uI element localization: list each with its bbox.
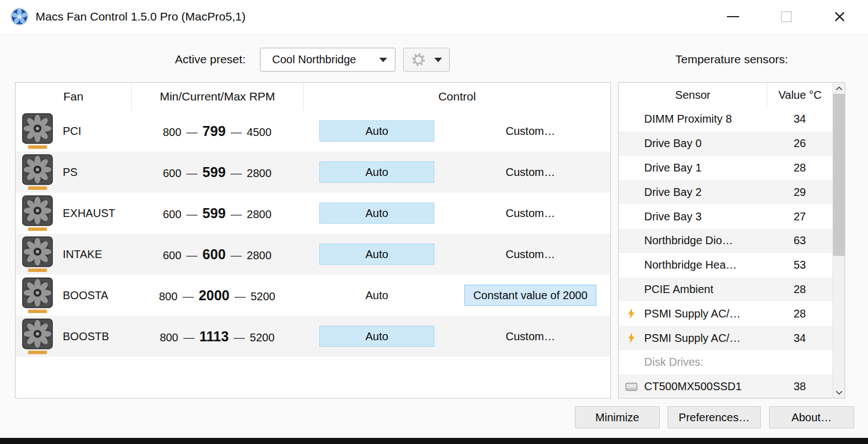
- auto-control-button[interactable]: Auto: [319, 326, 434, 347]
- active-preset-label: Active preset:: [175, 53, 245, 66]
- preset-dropdown[interactable]: Cool Northbridge: [260, 48, 395, 72]
- fan-rpm-value: 800—1113—5200: [131, 329, 303, 345]
- window-maximize-button[interactable]: [775, 6, 797, 28]
- sensor-row[interactable]: Drive Bay 2 29: [619, 180, 832, 204]
- sensor-table: Sensor Value °C DIMM Proximity 8 34 Driv…: [618, 82, 845, 398]
- scrollbar-thumb[interactable]: [833, 94, 845, 256]
- chevron-down-icon: [379, 58, 387, 62]
- fan-icon: [22, 154, 53, 190]
- fan-rows: PCI 800—799—4500 Auto Custom… PS 600—599…: [16, 110, 610, 357]
- sensor-column-header: Sensor: [619, 83, 767, 107]
- sensor-name: DIMM Proximity 8: [644, 113, 767, 125]
- fan-name: EXHAUST: [63, 207, 115, 220]
- about-button[interactable]: About…: [769, 406, 854, 428]
- preset-dropdown-value: Cool Northbridge: [272, 53, 379, 66]
- sensor-name: PSMI Supply AC/…: [644, 307, 767, 320]
- chevron-up-icon: [835, 86, 843, 91]
- sensor-row[interactable]: Northbridge Dio… 63: [619, 229, 832, 253]
- sensor-row[interactable]: Drive Bay 0 26: [619, 132, 832, 156]
- custom-control-button[interactable]: Custom…: [503, 124, 559, 138]
- custom-control-button[interactable]: Custom…: [503, 330, 559, 344]
- sensor-value: 29: [767, 186, 832, 199]
- scroll-down-button[interactable]: [833, 387, 845, 398]
- fan-icon: [22, 236, 53, 273]
- fan-row-boostb: BOOSTB 800—1113—5200 Auto Custom…: [16, 316, 610, 357]
- sensor-name: Drive Bay 1: [644, 162, 767, 174]
- app-icon: [10, 7, 29, 26]
- custom-control-button[interactable]: Custom…: [503, 206, 559, 220]
- sensor-table-header: Sensor Value °C: [619, 83, 832, 107]
- sensor-value: 28: [767, 307, 832, 320]
- sensor-name: PCIE Ambient: [644, 283, 767, 296]
- auto-control-label[interactable]: Auto: [365, 289, 388, 302]
- chevron-down-icon: [835, 390, 843, 395]
- sensor-group-row: Disk Drives:: [619, 350, 832, 375]
- fan-row-intake: INTAKE 600—600—2800 Auto Custom…: [16, 234, 610, 275]
- fan-icon: [22, 318, 53, 355]
- sensor-row[interactable]: PSMI Supply AC/… 28: [619, 301, 832, 326]
- sensor-value: 63: [767, 234, 832, 247]
- sensor-row[interactable]: PCIE Ambient 28: [619, 278, 832, 302]
- sensor-name: Northbridge Dio…: [644, 234, 767, 247]
- fan-row-exhaust: EXHAUST 600—599—2800 Auto Custom…: [16, 193, 610, 234]
- app-window: Macs Fan Control 1.5.0 Pro (MacPro5,1) A…: [0, 0, 868, 444]
- gear-icon: [411, 52, 426, 67]
- fan-name: BOOSTA: [63, 289, 108, 302]
- custom-control-button[interactable]: Custom…: [503, 248, 559, 261]
- fan-table-header: Fan Min/Current/Max RPM Control: [16, 83, 610, 110]
- fan-rpm-value: 600—599—2800: [131, 205, 303, 221]
- maximize-icon: [781, 11, 792, 22]
- auto-control-button[interactable]: Auto: [319, 244, 434, 265]
- preset-settings-button[interactable]: [403, 48, 450, 72]
- rpm-column-header: Min/Current/Max RPM: [131, 83, 303, 110]
- sensor-row[interactable]: Drive Bay 3 27: [619, 204, 832, 229]
- sensor-name: Drive Bay 0: [644, 137, 767, 150]
- sensor-rows: DIMM Proximity 8 34 Drive Bay 0 26 Drive…: [619, 107, 832, 398]
- fan-rpm-value: 600—600—2800: [131, 246, 303, 263]
- sensor-value: 34: [767, 113, 832, 125]
- sensor-scrollbar[interactable]: [832, 83, 845, 398]
- sensor-group-label: Disk Drives:: [644, 356, 767, 369]
- sensor-value: 26: [767, 137, 832, 150]
- bottom-strip: [0, 438, 868, 444]
- window-close-button[interactable]: [829, 6, 851, 28]
- fan-rpm-value: 600—599—2800: [131, 164, 303, 180]
- lightning-icon: [628, 308, 635, 319]
- sensor-name: Drive Bay 3: [644, 210, 767, 223]
- minimize-button[interactable]: Minimize: [575, 406, 660, 428]
- sensor-value: 38: [767, 380, 832, 393]
- auto-control-button[interactable]: Auto: [319, 203, 434, 224]
- auto-control-button[interactable]: Auto: [319, 162, 434, 183]
- fan-rpm-value: 800—2000—5200: [131, 287, 303, 304]
- preferences-button[interactable]: Preferences…: [668, 406, 761, 428]
- control-column-header: Control: [303, 83, 610, 110]
- fan-row-ps: PS 600—599—2800 Auto Custom…: [16, 152, 610, 193]
- scroll-up-button[interactable]: [833, 83, 845, 94]
- window-minimize-button[interactable]: [722, 6, 744, 28]
- sensor-row[interactable]: PSMI Supply AC/… 34: [619, 326, 832, 350]
- sensor-value: 28: [767, 162, 832, 174]
- sensor-name: CT500MX500SSD1: [644, 380, 767, 393]
- sensor-row[interactable]: Drive Bay 1 28: [619, 156, 832, 180]
- fan-rpm-value: 800—799—4500: [131, 123, 303, 139]
- sensor-row[interactable]: DIMM Proximity 8 34: [619, 107, 832, 132]
- fan-icon: [22, 195, 53, 231]
- auto-control-button[interactable]: Auto: [319, 120, 434, 142]
- sensor-value: 27: [767, 210, 832, 223]
- constant-control-button[interactable]: Constant value of 2000: [464, 285, 596, 306]
- sensor-value: 28: [767, 283, 832, 296]
- value-column-header: Value °C: [767, 83, 832, 107]
- fan-table: Fan Min/Current/Max RPM Control PCI 800—…: [15, 82, 611, 398]
- fan-name: PS: [63, 166, 78, 179]
- fan-row-boosta: BOOSTA 800—2000—5200 Auto Constant value…: [16, 275, 610, 316]
- minimize-icon: [727, 16, 739, 17]
- fan-icon: [22, 113, 53, 149]
- sensor-row[interactable]: CT500MX500SSD1 38: [619, 375, 832, 398]
- sensor-value: 53: [767, 259, 832, 271]
- sensor-name: Northbridge Hea…: [644, 259, 767, 271]
- window-title: Macs Fan Control 1.5.0 Pro (MacPro5,1): [36, 0, 245, 33]
- sensor-row[interactable]: Northbridge Hea… 53: [619, 253, 832, 278]
- titlebar: Macs Fan Control 1.5.0 Pro (MacPro5,1): [0, 0, 868, 33]
- fan-icon: [22, 277, 53, 314]
- custom-control-button[interactable]: Custom…: [503, 165, 559, 179]
